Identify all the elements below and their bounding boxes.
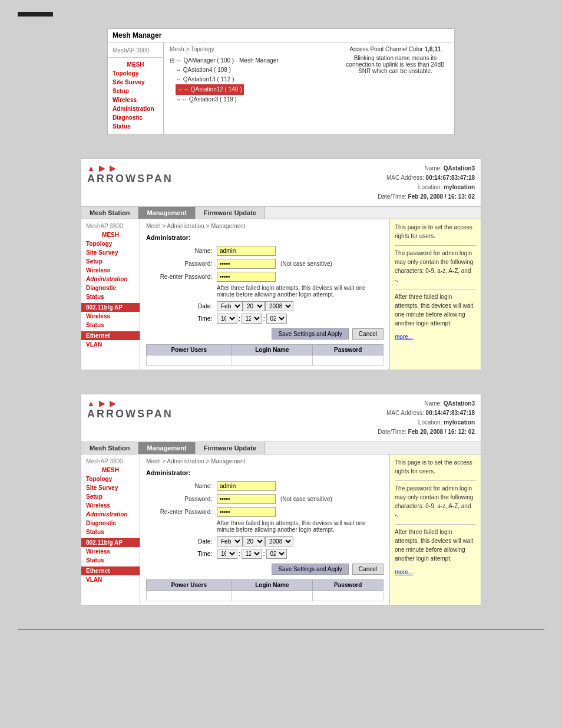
as-name-input-2[interactable]	[217, 481, 276, 491]
as-ap-status-1[interactable]: Status	[81, 321, 140, 330]
as-repw-input-2[interactable]	[217, 507, 276, 517]
mesh-tree-item-selected[interactable]: ↔↔ QAstation12 ( 140 )	[176, 84, 244, 95]
as-nav-topology-2[interactable]: Topology	[81, 475, 140, 483]
as-month-select-1[interactable]: FebJanMar	[217, 301, 243, 311]
as-day-select-2[interactable]: 20	[243, 536, 265, 546]
as-right-section-1a: This page is to set the access rights fo…	[395, 223, 476, 241]
as-nav-setup-1[interactable]: Setup	[81, 257, 140, 266]
mesh-main-area: Mesh > Topology ⊟ ↔ QAManager ( 100 ) - …	[164, 42, 336, 134]
nav-management-2[interactable]: Management	[138, 442, 195, 454]
nav-firmware-1[interactable]: Firmware Update	[196, 207, 265, 219]
as-time-label-1: Time:	[146, 315, 217, 322]
as-name-label-1: Name:	[146, 248, 217, 254]
mesh-nav-wireless[interactable]: Wireless	[108, 95, 163, 104]
as-nav-setup-2[interactable]: Setup	[81, 492, 140, 501]
arrowspan-main-1: Mesh > Administration > Management Admin…	[140, 219, 389, 370]
mesh-nav-topology[interactable]: Topology	[108, 69, 163, 78]
as-month-select-2[interactable]: FebJanMar	[217, 536, 243, 546]
as-breadcrumb-1: Mesh > Administration > Management	[146, 223, 384, 229]
mesh-sidebar: MeshAP 3800 MESH Topology Site Survey Se…	[108, 42, 164, 134]
as-mesh-section-1: MESH	[81, 230, 140, 239]
as-table-1: Power Users Login Name Password	[146, 344, 384, 366]
mesh-sidebar-subtitle: MeshAP 3800	[108, 46, 163, 55]
arrowspan-body-2: MeshAP 3800 MESH Topology Site Survey Se…	[81, 454, 481, 605]
as-ap-section-1: 802.11b/g AP	[81, 303, 140, 312]
as-buttons-1: Save Settings and Apply Cancel	[146, 328, 384, 340]
nav-mesh-station-2[interactable]: Mesh Station	[81, 442, 138, 454]
as-table-header-password-1: Password	[313, 345, 384, 355]
arrowspan-header-2: ▲ ▶ ▶ ARROWSPAN Name: QAstation3 MAC Add…	[81, 394, 481, 442]
as-repw-label-2: Re-enter Password:	[146, 509, 217, 515]
as-save-btn-1[interactable]: Save Settings and Apply	[272, 328, 348, 340]
as-nav-wireless-1[interactable]: Wireless	[81, 266, 140, 275]
as-eth-vlan-1[interactable]: VLAN	[81, 340, 140, 349]
as-table-header-powerusers-1: Power Users	[147, 345, 232, 355]
as-pw-input-1[interactable]	[217, 259, 276, 269]
as-sec-select-2[interactable]: 02	[266, 549, 287, 559]
as-table-2: Power Users Login Name Password	[146, 579, 384, 601]
as-nav-sitesurvey-1[interactable]: Site Survey	[81, 248, 140, 257]
as-time-row-1: Time: 16 : 12 : 02	[146, 314, 384, 324]
mesh-nav-diagnostic[interactable]: Diagnostic	[108, 113, 163, 122]
mesh-nav-sitesurvey[interactable]: Site Survey	[108, 78, 163, 87]
as-nav-admin-2[interactable]: Administration	[81, 510, 140, 519]
as-min-select-2[interactable]: 12	[242, 549, 262, 559]
as-nav-topology-1[interactable]: Topology	[81, 239, 140, 248]
as-nav-admin-1[interactable]: Administration	[81, 275, 140, 284]
as-hour-select-2[interactable]: 16	[217, 549, 237, 559]
as-pw-label-2: Password:	[146, 496, 217, 502]
mesh-nav-admin[interactable]: Administration	[108, 104, 163, 113]
as-nav-status-2[interactable]: Status	[81, 528, 140, 536]
as-ap-wireless-2[interactable]: Wireless	[81, 547, 140, 556]
mesh-tree-item[interactable]: ↔↔ QAstation3 ( 119 )	[176, 95, 330, 104]
arrowspan-right-panel-1: This page is to set the access rights fo…	[389, 219, 481, 370]
nav-mesh-station-1[interactable]: Mesh Station	[81, 207, 138, 219]
as-sec-select-1[interactable]: 02	[266, 314, 287, 324]
as-nav-sitesurvey-2[interactable]: Site Survey	[81, 483, 140, 492]
arrowspan-logo-1: ▲ ▶ ▶ ARROWSPAN	[87, 164, 173, 185]
mesh-channel-label: Access Point Channel Color 1,6,11	[341, 46, 449, 52]
as-nav-wireless-2[interactable]: Wireless	[81, 501, 140, 510]
as-day-select-1[interactable]: 20	[243, 301, 265, 311]
as-year-select-2[interactable]: 2008	[265, 536, 293, 546]
as-nav-diagnostic-1[interactable]: Diagnostic	[81, 284, 140, 292]
as-repw-input-1[interactable]	[217, 272, 276, 282]
mesh-manager-panel: Mesh Manager MeshAP 3800 MESH Topology S…	[107, 28, 455, 135]
as-ap-status-2[interactable]: Status	[81, 556, 140, 565]
mesh-nav-status[interactable]: Status	[108, 122, 163, 131]
as-hour-select-1[interactable]: 16	[217, 314, 237, 324]
as-right-more-2[interactable]: more...	[395, 568, 476, 577]
as-save-btn-2[interactable]: Save Settings and Apply	[272, 564, 348, 575]
as-name-input-1[interactable]	[217, 246, 276, 256]
mesh-right-info: Access Point Channel Color 1,6,11 Blinki…	[336, 42, 454, 134]
as-year-select-1[interactable]: 2008	[265, 301, 293, 311]
mesh-nav-setup[interactable]: Setup	[108, 87, 163, 95]
as-cancel-btn-1[interactable]: Cancel	[352, 328, 384, 340]
as-buttons-2: Save Settings and Apply Cancel	[146, 564, 384, 575]
arrowspan-main-2: Mesh > Administration > Management Admin…	[140, 454, 389, 605]
arrowspan-logo-text-2: ARROWSPAN	[87, 408, 173, 420]
as-right-more-1[interactable]: more...	[395, 332, 476, 341]
as-nav-status-1[interactable]: Status	[81, 292, 140, 301]
as-form-name-row-2: Name:	[146, 481, 384, 491]
as-mesh-label-2: MeshAP 3800	[81, 457, 140, 466]
mesh-breadcrumb: Mesh > Topology	[170, 46, 330, 52]
nav-firmware-2[interactable]: Firmware Update	[196, 442, 265, 454]
as-form-pw-row-2: Password: (Not case sensitive)	[146, 494, 384, 504]
as-right-section-2a: This page is to set the access rights fo…	[395, 458, 476, 476]
as-pw-input-2[interactable]	[217, 494, 276, 504]
as-time-label-2: Time:	[146, 551, 217, 557]
as-form-name-row-1: Name:	[146, 246, 384, 256]
mesh-tree-item[interactable]: ↔ QAstation4 ( 108 )	[176, 65, 330, 75]
as-min-select-1[interactable]: 12	[242, 314, 262, 324]
mesh-tree-item[interactable]: ↔ QAstation13 ( 112 )	[176, 75, 330, 84]
as-mesh-section-2: MESH	[81, 466, 140, 475]
as-nav-diagnostic-2[interactable]: Diagnostic	[81, 519, 140, 528]
arrowspan-nav-2: Mesh Station Management Firmware Update	[81, 442, 481, 454]
as-form-repw-row-2: Re-enter Password:	[146, 507, 384, 517]
as-table-header-loginname-1: Login Name	[232, 345, 313, 355]
as-eth-vlan-2[interactable]: VLAN	[81, 575, 140, 584]
as-ap-wireless-1[interactable]: Wireless	[81, 312, 140, 321]
nav-management-1[interactable]: Management	[138, 207, 195, 219]
as-cancel-btn-2[interactable]: Cancel	[352, 564, 384, 575]
